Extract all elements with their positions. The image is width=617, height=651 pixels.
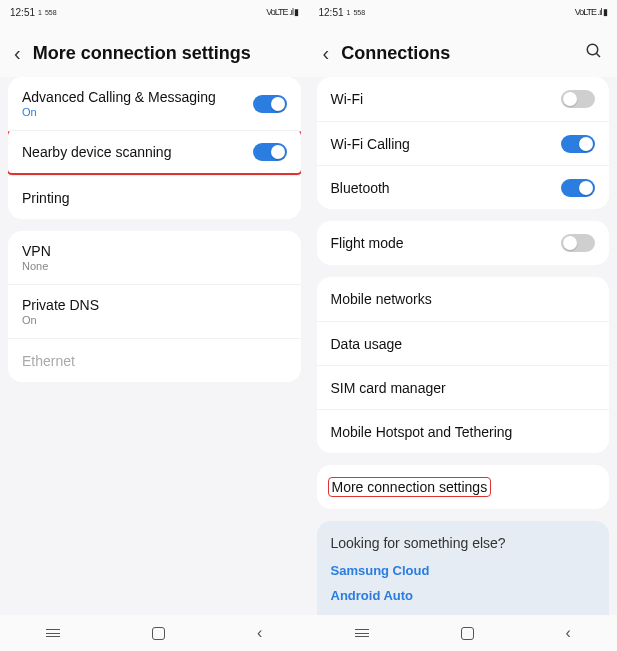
row-wifi-calling[interactable]: Wi-Fi Calling — [317, 121, 610, 165]
row-text: VPN None — [22, 243, 287, 272]
status-sim: 1 — [347, 9, 351, 16]
looking-title: Looking for something else? — [331, 535, 596, 551]
status-signal-icons: VoLTE .ıl ▮ — [266, 7, 298, 17]
row-wifi[interactable]: Wi-Fi — [317, 77, 610, 121]
back-icon[interactable]: ‹ — [14, 42, 21, 65]
toggle-wifi-calling[interactable] — [561, 135, 595, 153]
row-label: Wi-Fi — [331, 91, 364, 107]
row-text: Nearby device scanning — [22, 144, 253, 160]
row-sublabel: On — [22, 106, 253, 118]
status-time: 12:51 — [10, 7, 35, 18]
row-label: VPN — [22, 243, 287, 259]
row-flight-mode[interactable]: Flight mode — [317, 221, 610, 265]
row-vpn[interactable]: VPN None — [8, 231, 301, 284]
status-right: VoLTE .ıl ▮ — [266, 7, 298, 17]
row-label: Mobile networks — [331, 291, 432, 307]
row-advanced-calling[interactable]: Advanced Calling & Messaging On — [8, 77, 301, 130]
link-android-auto[interactable]: Android Auto — [331, 588, 596, 603]
row-label: Flight mode — [331, 235, 404, 251]
status-bar: 12:51 1 558 VoLTE .ıl ▮ — [0, 0, 309, 24]
row-label: Advanced Calling & Messaging — [22, 89, 253, 105]
status-right: VoLTE .ıl ▮ — [575, 7, 607, 17]
nav-back-icon[interactable]: ‹ — [257, 624, 262, 642]
nav-recents-icon[interactable] — [355, 629, 369, 637]
row-label: Printing — [22, 190, 287, 206]
nav-home-icon[interactable] — [461, 627, 474, 640]
nav-home-icon[interactable] — [152, 627, 165, 640]
row-text: Private DNS On — [22, 297, 287, 326]
status-left: 12:51 1 558 — [319, 7, 366, 18]
phone-left-more-connection-settings: 12:51 1 558 VoLTE .ıl ▮ ‹ More connectio… — [0, 0, 309, 651]
page-title: Connections — [341, 43, 573, 64]
status-time: 12:51 — [319, 7, 344, 18]
row-text: Advanced Calling & Messaging On — [22, 89, 253, 118]
nav-recents-icon[interactable] — [46, 629, 60, 637]
row-label: Data usage — [331, 336, 403, 352]
link-samsung-cloud[interactable]: Samsung Cloud — [331, 563, 596, 578]
content-area[interactable]: Advanced Calling & Messaging On Nearby d… — [0, 77, 309, 615]
row-label: SIM card manager — [331, 380, 446, 396]
status-net: 558 — [45, 9, 57, 16]
row-label: Wi-Fi Calling — [331, 136, 410, 152]
status-sim: 1 — [38, 9, 42, 16]
row-label: Ethernet — [22, 353, 287, 369]
row-label: Private DNS — [22, 297, 287, 313]
settings-card-2: VPN None Private DNS On Ethernet — [8, 231, 301, 382]
toggle-wifi[interactable] — [561, 90, 595, 108]
back-icon[interactable]: ‹ — [323, 42, 330, 65]
nav-back-icon[interactable]: ‹ — [566, 624, 571, 642]
nav-bar: ‹ — [309, 615, 618, 651]
row-mobile-hotspot[interactable]: Mobile Hotspot and Tethering — [317, 409, 610, 453]
content-area[interactable]: Wi-Fi Wi-Fi Calling Bluetooth Flight mod… — [309, 77, 618, 615]
row-more-connection-settings[interactable]: More connection settings — [317, 465, 610, 509]
row-data-usage[interactable]: Data usage — [317, 321, 610, 365]
nav-bar: ‹ — [0, 615, 309, 651]
status-bar: 12:51 1 558 VoLTE .ıl ▮ — [309, 0, 618, 24]
row-bluetooth[interactable]: Bluetooth — [317, 165, 610, 209]
row-label: Bluetooth — [331, 180, 390, 196]
settings-card-1: Advanced Calling & Messaging On Nearby d… — [8, 77, 301, 219]
toggle-advanced-calling[interactable] — [253, 95, 287, 113]
row-label: Mobile Hotspot and Tethering — [331, 424, 513, 440]
search-icon[interactable] — [585, 42, 603, 65]
header: ‹ More connection settings — [0, 24, 309, 77]
toggle-bluetooth[interactable] — [561, 179, 595, 197]
toggle-nearby-device-scanning[interactable] — [253, 143, 287, 161]
row-nearby-device-scanning[interactable]: Nearby device scanning — [8, 130, 301, 175]
row-mobile-networks[interactable]: Mobile networks — [317, 277, 610, 321]
settings-card-wifi: Wi-Fi Wi-Fi Calling Bluetooth — [317, 77, 610, 209]
settings-card-flight: Flight mode — [317, 221, 610, 265]
row-label: Nearby device scanning — [22, 144, 253, 160]
row-sim-card-manager[interactable]: SIM card manager — [317, 365, 610, 409]
status-left: 12:51 1 558 — [10, 7, 57, 18]
row-text: Printing — [22, 190, 287, 206]
settings-card-network: Mobile networks Data usage SIM card mana… — [317, 277, 610, 453]
phone-right-connections: 12:51 1 558 VoLTE .ıl ▮ ‹ Connections Wi… — [309, 0, 618, 651]
row-text: Ethernet — [22, 353, 287, 369]
row-private-dns[interactable]: Private DNS On — [8, 284, 301, 338]
status-signal-icons: VoLTE .ıl ▮ — [575, 7, 607, 17]
settings-card-more: More connection settings — [317, 465, 610, 509]
status-net: 558 — [353, 9, 365, 16]
header: ‹ Connections — [309, 24, 618, 77]
row-sublabel: On — [22, 314, 287, 326]
row-sublabel: None — [22, 260, 287, 272]
svg-point-0 — [587, 44, 598, 55]
row-ethernet: Ethernet — [8, 338, 301, 382]
looking-for-card: Looking for something else? Samsung Clou… — [317, 521, 610, 615]
row-label: More connection settings — [328, 477, 492, 497]
svg-line-1 — [596, 53, 600, 57]
page-title: More connection settings — [33, 43, 295, 64]
toggle-flight-mode[interactable] — [561, 234, 595, 252]
row-printing[interactable]: Printing — [8, 175, 301, 219]
